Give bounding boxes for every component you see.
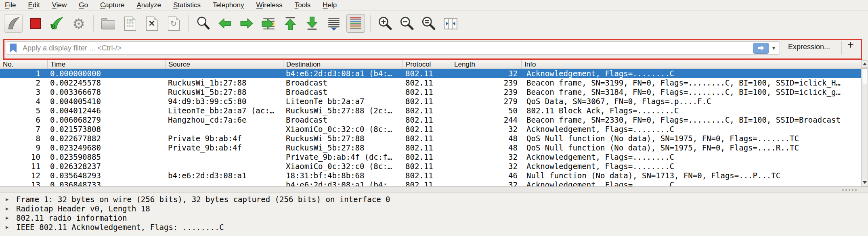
cell-info: Acknowledgement, Flags=........C bbox=[522, 152, 861, 162]
go-first-packet-icon[interactable] bbox=[281, 14, 300, 33]
cell-destination: RuckusWi_5b:27:88 bbox=[283, 134, 403, 143]
cell-source: Private_9b:ab:4f bbox=[166, 134, 283, 143]
cell-length: 32 bbox=[451, 152, 522, 162]
detail-line-text: 802.11 radio information bbox=[16, 213, 127, 223]
menu-tools[interactable]: Tools bbox=[295, 1, 311, 9]
cell-time: 0.036848733 bbox=[48, 180, 166, 187]
auto-scroll-icon[interactable] bbox=[325, 14, 343, 33]
packet-row-6[interactable]: 60.006068279Hangzhou_cd:7a:6eBroadcast80… bbox=[0, 115, 861, 125]
cell-info: Beacon frame, SN=3199, FN=0, Flags=.....… bbox=[522, 78, 861, 88]
cell-source bbox=[166, 152, 283, 162]
cell-source bbox=[166, 69, 283, 78]
cell-time: 0.002245578 bbox=[48, 78, 166, 88]
detail-line-1[interactable]: ▶Frame 1: 32 bytes on wire (256 bits), 3… bbox=[0, 195, 868, 204]
expander-icon[interactable]: ▶ bbox=[6, 223, 16, 232]
stop-capture-icon[interactable] bbox=[26, 14, 44, 33]
packet-row-12[interactable]: 120.035648293b4:e6:2d:d3:08:a118:31:bf:4… bbox=[0, 171, 861, 180]
go-last-packet-icon[interactable] bbox=[303, 14, 321, 33]
column-header-info[interactable]: Info bbox=[522, 60, 861, 69]
menu-telephony[interactable]: Telephony bbox=[213, 1, 244, 9]
menu-analyze[interactable]: Analyze bbox=[136, 1, 161, 9]
detail-line-3[interactable]: ▶802.11 radio information bbox=[0, 213, 868, 223]
packet-row-5[interactable]: 50.004012446LiteonTe_bb:2a:a7 (ac:…Rucku… bbox=[0, 106, 861, 115]
filter-bookmark-icon[interactable] bbox=[10, 44, 17, 53]
expander-icon[interactable]: ▶ bbox=[6, 195, 16, 204]
packet-row-13[interactable]: 130.036848733b4:e6:2d:d3:08:a1 (b4:…802.… bbox=[0, 180, 861, 187]
menu-capture[interactable]: Capture bbox=[100, 1, 124, 9]
cell-source: Private_9b:ab:4f bbox=[166, 143, 283, 152]
cell-info: 802.11 Block Ack, Flags=........C bbox=[522, 106, 861, 115]
packet-row-7[interactable]: 70.021573808XiaomiCo_0c:32:c0 (8c:…802.1… bbox=[0, 125, 861, 134]
scroll-down-button[interactable] bbox=[862, 179, 868, 186]
cell-protocol: 802.11 bbox=[403, 125, 451, 134]
menu-go[interactable]: Go bbox=[79, 1, 88, 9]
save-file-icon[interactable]: 0101 0110 0111 bbox=[121, 14, 139, 33]
menu-view[interactable]: View bbox=[52, 1, 67, 9]
column-header-time[interactable]: Time bbox=[48, 60, 166, 69]
packet-row-9[interactable]: 90.023249680Private_9b:ab:4fRuckusWi_5b:… bbox=[0, 143, 861, 152]
packet-details-pane: ▶Frame 1: 32 bytes on wire (256 bits), 3… bbox=[0, 193, 868, 236]
display-filter-input[interactable]: Apply a display filter ... <Ctrl-/> ▾ bbox=[6, 41, 780, 55]
colorize-packets-icon[interactable] bbox=[346, 14, 365, 33]
cell-source: 94:d9:b3:99:c5:80 bbox=[166, 97, 283, 106]
detail-line-text: IEEE 802.11 Acknowledgement, Flags: ....… bbox=[16, 223, 224, 232]
cell-no: 6 bbox=[0, 115, 48, 125]
resize-columns-icon[interactable] bbox=[441, 14, 460, 33]
capture-options-icon[interactable]: ⚙ bbox=[69, 14, 88, 33]
menu-file[interactable]: File bbox=[5, 1, 16, 9]
filter-separator bbox=[841, 41, 842, 54]
menu-wireless[interactable]: Wireless bbox=[256, 1, 283, 9]
cell-no: 13 bbox=[0, 180, 48, 187]
cell-time: 0.006068279 bbox=[48, 115, 166, 125]
scroll-up-button[interactable] bbox=[862, 61, 868, 68]
menu-edit[interactable]: Edit bbox=[28, 1, 40, 9]
reload-file-icon[interactable]: ↻ bbox=[164, 14, 183, 33]
column-header-no[interactable]: No. bbox=[0, 60, 48, 69]
packet-row-8[interactable]: 80.022677882Private_9b:ab:4fRuckusWi_5b:… bbox=[0, 134, 861, 143]
column-header-length[interactable]: Length bbox=[451, 60, 522, 69]
pane-splitter[interactable] bbox=[0, 186, 868, 193]
cell-destination: XiaomiCo_0c:32:c0 (8c:… bbox=[283, 125, 403, 134]
column-header-source[interactable]: Source bbox=[166, 60, 283, 69]
zoom-original-icon[interactable] bbox=[419, 14, 438, 33]
go-forward-icon[interactable] bbox=[237, 14, 256, 33]
zoom-in-icon[interactable] bbox=[376, 14, 394, 33]
go-to-packet-icon[interactable] bbox=[259, 14, 278, 33]
detail-line-4[interactable]: ▶IEEE 802.11 Acknowledgement, Flags: ...… bbox=[0, 223, 868, 232]
detail-line-text: Radiotap Header v0, Length 18 bbox=[16, 204, 150, 213]
packet-row-4[interactable]: 40.00400541094:d9:b3:99:c5:80LiteonTe_bb… bbox=[0, 97, 861, 106]
menu-help[interactable]: Help bbox=[323, 1, 337, 9]
packet-list-scrollbar[interactable] bbox=[861, 60, 868, 186]
cell-destination: LiteonTe_bb:2a:a7 bbox=[283, 97, 403, 106]
filter-toolbar: Apply a display filter ... <Ctrl-/> ▾ Ex… bbox=[0, 36, 868, 60]
packet-row-1[interactable]: 10.000000000b4:e6:2d:d3:08:a1 (b4:…802.1… bbox=[0, 69, 861, 78]
packet-row-3[interactable]: 30.003366678RuckusWi_5b:27:88Broadcast80… bbox=[0, 88, 861, 97]
restart-capture-icon[interactable]: ↻ bbox=[48, 14, 66, 33]
cell-time: 0.000000000 bbox=[48, 69, 166, 78]
zoom-out-icon[interactable] bbox=[398, 14, 416, 33]
cell-length: 32 bbox=[451, 69, 522, 78]
go-back-icon[interactable] bbox=[216, 14, 234, 33]
packet-row-10[interactable]: 100.023590885Private_9b:ab:4f (dc:f…802.… bbox=[0, 152, 861, 162]
scrollbar-thumb[interactable] bbox=[862, 68, 867, 84]
column-header-protocol[interactable]: Protocol bbox=[403, 60, 451, 69]
cell-info: Acknowledgement, Flags=........C bbox=[522, 162, 861, 171]
menu-statistics[interactable]: Statistics bbox=[173, 1, 201, 9]
expander-icon[interactable]: ▶ bbox=[6, 204, 16, 213]
packet-row-11[interactable]: 110.026328237XiaomiCo_0c:32:c0 (8c:…802.… bbox=[0, 162, 861, 171]
find-packet-icon[interactable] bbox=[194, 14, 212, 33]
close-file-icon[interactable]: ✕ bbox=[143, 14, 161, 33]
add-filter-button[interactable]: + bbox=[847, 39, 854, 51]
filter-dropdown-caret[interactable]: ▾ bbox=[772, 45, 775, 51]
expression-button[interactable]: Expression... bbox=[788, 43, 830, 51]
cell-protocol: 802.11 bbox=[403, 69, 451, 78]
cell-protocol: 802.11 bbox=[403, 171, 451, 180]
open-file-icon[interactable] bbox=[99, 14, 117, 33]
column-header-destination[interactable]: Destination bbox=[283, 60, 403, 69]
packet-row-2[interactable]: 20.002245578RuckusWi_1b:27:88Broadcast80… bbox=[0, 78, 861, 88]
cell-info: QoS Null function (No data), SN=1975, FN… bbox=[522, 134, 861, 143]
start-capture-icon[interactable] bbox=[4, 14, 23, 33]
expander-icon[interactable]: ▶ bbox=[6, 213, 16, 223]
apply-filter-button[interactable] bbox=[753, 43, 769, 54]
detail-line-2[interactable]: ▶Radiotap Header v0, Length 18 bbox=[0, 204, 868, 213]
